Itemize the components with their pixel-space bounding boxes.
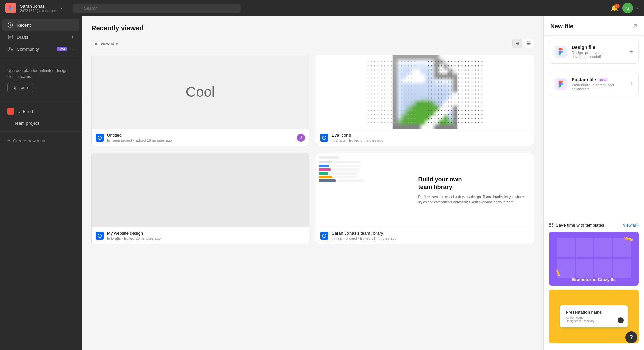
filter-last-viewed[interactable]: Last viewed ▾ [91, 41, 118, 46]
svg-point-179 [388, 106, 389, 107]
svg-point-312 [472, 74, 473, 75]
svg-point-409 [455, 98, 456, 99]
file-card-website[interactable]: My website design In Drafts · Edited 20 … [91, 153, 309, 244]
svg-rect-1 [8, 35, 12, 39]
svg-point-117 [381, 90, 382, 91]
svg-point-498 [468, 118, 469, 119]
design-file-add-icon[interactable]: + [629, 48, 633, 55]
file-card-eva-icons[interactable]: Eva Icons In Drafts · Edited 5 minutes a… [316, 55, 534, 146]
svg-point-64 [405, 74, 406, 75]
design-file-info: Design file Design, prototype, and devel… [572, 45, 625, 59]
svg-point-510 [451, 122, 452, 123]
file-card-library[interactable]: Build your ownteam library Don't reinven… [316, 153, 534, 244]
template-card-crazy8[interactable]: ✏️ ✏️ Brainstorm: Crazy 8s [549, 232, 639, 286]
pres-author: Author Name [566, 316, 622, 319]
create-team[interactable]: + Create new team [2, 135, 79, 146]
svg-point-226 [394, 118, 395, 119]
sidebar-item-recent[interactable]: Recent [2, 19, 79, 31]
svg-point-388 [441, 94, 442, 95]
svg-point-56 [378, 74, 379, 75]
design-file-card[interactable]: Design file Design, prototype, and devel… [549, 40, 639, 64]
svg-point-229 [405, 118, 406, 119]
svg-point-414 [472, 98, 473, 99]
svg-point-195 [391, 110, 392, 111]
file-info-eva: Eva Icons In Drafts · Edited 5 minutes a… [316, 129, 534, 146]
svg-point-344 [465, 82, 466, 83]
svg-point-76 [394, 78, 395, 79]
file-avatar-untitled: J [297, 134, 305, 142]
svg-point-92 [398, 82, 399, 83]
file-icon-library [320, 232, 328, 240]
svg-point-171 [411, 102, 412, 103]
svg-point-507 [441, 122, 442, 123]
svg-point-123 [401, 90, 402, 91]
community-label: Community [17, 47, 52, 52]
crazy8-cell [594, 238, 612, 257]
notifications-button[interactable]: 🔔 3 [611, 4, 618, 12]
list-view-button[interactable]: ☰ [524, 39, 534, 48]
sidebar-divider-1 [0, 58, 82, 58]
svg-point-470 [431, 114, 432, 115]
svg-point-462 [462, 110, 463, 111]
figjam-file-card[interactable]: FigJam file Beta Whiteboard, diagram, an… [549, 72, 639, 96]
svg-point-83 [368, 82, 369, 83]
svg-point-503 [428, 122, 429, 123]
file-meta-library: Sarah Jonas's team library In Team proje… [332, 231, 530, 240]
svg-point-91 [394, 82, 395, 83]
svg-point-211 [394, 114, 395, 115]
svg-point-239 [388, 122, 389, 123]
svg-point-499 [472, 118, 473, 119]
svg-point-110 [408, 86, 409, 87]
svg-point-296 [475, 70, 476, 71]
svg-point-301 [435, 74, 436, 75]
svg-point-203 [368, 114, 369, 115]
view-all-link[interactable]: View all › [623, 223, 639, 228]
file-card-untitled[interactable]: Cool Untitled In Team project · Edited 1… [91, 55, 309, 146]
svg-point-272 [451, 65, 452, 67]
svg-point-256 [455, 61, 456, 62]
svg-point-481 [468, 114, 469, 115]
sidebar-item-team[interactable]: UI Feed [2, 105, 79, 117]
new-file-external-icon[interactable] [632, 23, 637, 30]
user-menu[interactable]: Sarah Jonas 2a73181f@uifeed.com ▾ [20, 4, 62, 13]
svg-point-454 [435, 110, 436, 111]
file-name-eva: Eva Icons [332, 133, 530, 138]
svg-point-42 [381, 70, 382, 71]
svg-point-100 [374, 86, 375, 87]
recent-icon [7, 22, 13, 28]
sidebar-item-community[interactable]: Community Beta → [2, 43, 79, 55]
team-color-icon [7, 108, 14, 115]
svg-point-429 [465, 102, 466, 103]
thumb-cool-text: Cool [186, 84, 215, 100]
svg-point-328 [468, 78, 469, 79]
svg-point-476 [451, 114, 452, 115]
drafts-add-icon[interactable]: + [71, 34, 74, 40]
svg-point-187 [415, 106, 416, 107]
sidebar: Recent Drafts + Community Beta → Upgrade… [0, 16, 82, 350]
help-button[interactable]: ? [625, 331, 637, 343]
svg-point-17 [398, 61, 399, 62]
figjam-file-add-icon[interactable]: + [629, 81, 633, 88]
svg-point-495 [458, 118, 459, 119]
svg-point-478 [458, 114, 459, 115]
sidebar-item-team-project[interactable]: Team project [2, 118, 79, 128]
svg-point-504 [431, 122, 432, 123]
pres-role: Designer at Twinklory [566, 319, 622, 323]
svg-point-233 [368, 122, 369, 123]
avatar-chevron-icon[interactable]: ▾ [637, 6, 639, 10]
svg-point-407 [448, 98, 449, 99]
avatar[interactable]: S [622, 3, 633, 13]
svg-point-80 [408, 78, 409, 79]
svg-point-406 [445, 98, 446, 99]
grid-view-button[interactable]: ⊞ [512, 39, 522, 48]
svg-point-460 [455, 110, 456, 111]
upgrade-button[interactable]: Upgrade [7, 83, 33, 92]
svg-point-190 [374, 110, 375, 111]
sidebar-item-drafts[interactable]: Drafts + [2, 31, 79, 43]
svg-point-96 [411, 82, 412, 83]
svg-point-283 [431, 70, 432, 71]
search-input[interactable] [73, 4, 241, 13]
user-info: Sarah Jonas 2a73181f@uifeed.com [20, 4, 57, 13]
svg-point-326 [462, 78, 463, 79]
svg-point-281 [482, 65, 483, 67]
